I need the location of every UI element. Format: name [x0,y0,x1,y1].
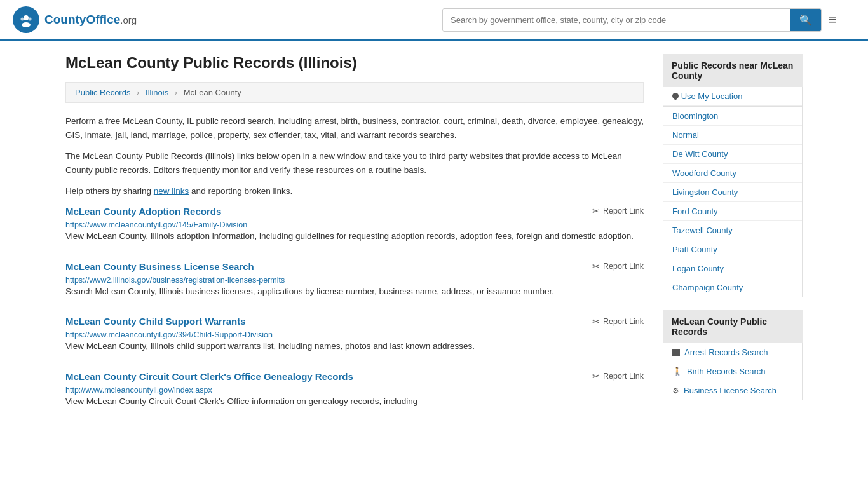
record-title-row: McLean County Business License Search ✂ … [65,261,644,272]
breadcrumb-public-records[interactable]: Public Records [75,88,130,97]
record-item: McLean County Adoption Records ✂ Report … [65,206,644,243]
records-sidebar-header: McLean County Public Records [663,310,803,343]
record-title-row: McLean County Adoption Records ✂ Report … [65,206,644,217]
location-pin-icon [671,92,680,100]
logo-area: CountyOffice.org [13,6,137,33]
use-location-item[interactable]: Use My Location [663,87,802,106]
nearby-link[interactable]: Woodford County [663,164,802,182]
report-link-label: Report Link [603,317,644,326]
intro-paragraph-2: The McLean County Public Records (Illino… [65,149,644,177]
nearby-link-item: Tazewell County [663,221,802,240]
records-links-list: Arrest Records Search🚶Birth Records Sear… [663,343,803,400]
svg-point-2 [22,22,31,27]
record-title-link[interactable]: McLean County Circuit Court Clerk's Offi… [65,371,353,382]
svg-point-4 [29,18,32,21]
logo-icon [13,6,39,33]
record-description: View McLean County Circuit Court Clerk's… [65,395,644,409]
report-icon: ✂ [592,261,600,271]
record-item: McLean County Business License Search ✂ … [65,261,644,299]
records-link-item: Arrest Records Search [663,343,802,362]
person-icon: 🚶 [672,367,682,376]
record-description: View McLean County, Illinois child suppo… [65,339,644,353]
report-icon: ✂ [592,316,600,327]
report-link-label: Report Link [603,262,644,271]
report-icon: ✂ [592,206,600,216]
use-location-link[interactable]: Use My Location [663,87,802,106]
record-title-row: McLean County Child Support Warrants ✂ R… [65,316,644,327]
svg-point-3 [21,18,24,21]
nearby-link-item: Livingston County [663,183,802,202]
record-url[interactable]: http://www.mcleancountyil.gov/index.aspx [65,386,212,395]
records-sidebar-link[interactable]: Arrest Records Search [663,343,802,362]
report-link-label: Report Link [603,372,644,381]
nearby-link-item: Normal [663,126,802,145]
records-sidebar-link[interactable]: ⚙Business License Search [663,381,802,400]
records-section: McLean County Public Records Arrest Reco… [663,310,803,400]
nearby-section: Public Records near McLean County Use My… [663,54,803,297]
report-link-button[interactable]: ✂ Report Link [592,371,644,381]
content-area: McLean County Public Records (Illinois) … [65,54,644,426]
records-link-item: 🚶Birth Records Search [663,362,802,381]
report-icon: ✂ [592,371,600,381]
search-area: 🔍 ≡ [442,8,836,32]
nearby-header: Public Records near McLean County [663,54,803,87]
gear-icon: ⚙ [672,386,679,395]
logo-text: CountyOffice.org [44,13,137,27]
record-title-link[interactable]: McLean County Adoption Records [65,206,221,217]
record-title-link[interactable]: McLean County Business License Search [65,261,254,272]
site-header: CountyOffice.org 🔍 ≡ [0,0,868,41]
nearby-link[interactable]: Bloomington [663,107,802,125]
intro-paragraph-1: Perform a free McLean County, IL public … [65,114,644,142]
menu-button[interactable]: ≡ [828,13,836,27]
square-icon [672,349,680,356]
record-item: McLean County Circuit Court Clerk's Offi… [65,371,644,409]
nearby-link[interactable]: Champaign County [663,278,802,297]
page-title: McLean County Public Records (Illinois) [65,54,644,72]
report-link-button[interactable]: ✂ Report Link [592,206,644,216]
breadcrumb: Public Records › Illinois › McLean Count… [65,82,644,103]
nearby-link[interactable]: Normal [663,126,802,144]
breadcrumb-mclean: McLean County [184,88,241,97]
nearby-link[interactable]: Ford County [663,202,802,220]
new-links-link[interactable]: new links [154,186,189,196]
record-url[interactable]: https://www2.illinois.gov/business/regis… [65,276,285,285]
nearby-list: Use My Location [663,87,803,107]
record-item: McLean County Child Support Warrants ✂ R… [65,316,644,353]
nearby-link[interactable]: De Witt County [663,145,802,163]
record-title-link[interactable]: McLean County Child Support Warrants [65,316,246,327]
record-title-row: McLean County Circuit Court Clerk's Offi… [65,371,644,382]
nearby-link[interactable]: Piatt County [663,240,802,259]
record-description: Search McLean County, Illinois business … [65,285,644,299]
main-container: McLean County Public Records (Illinois) … [53,41,815,438]
nearby-link-item: Ford County [663,202,802,221]
report-link-button[interactable]: ✂ Report Link [592,316,644,327]
svg-point-1 [24,15,29,20]
records-sidebar-link[interactable]: 🚶Birth Records Search [663,362,802,381]
nearby-link-item: Woodford County [663,164,802,183]
search-input[interactable] [443,9,790,31]
sidebar: Public Records near McLean County Use My… [663,54,803,426]
report-link-button[interactable]: ✂ Report Link [592,261,644,271]
nearby-link[interactable]: Livingston County [663,183,802,201]
record-url[interactable]: https://www.mcleancountyil.gov/394/Child… [65,330,273,339]
records-link-item: ⚙Business License Search [663,381,802,400]
nearby-link[interactable]: Logan County [663,259,802,278]
nearby-link-item: Piatt County [663,240,802,259]
nearby-link-item: Bloomington [663,107,802,126]
record-description: View McLean County, Illinois adoption in… [65,229,644,243]
records-list: McLean County Adoption Records ✂ Report … [65,206,644,408]
nearby-links-list: BloomingtonNormalDe Witt CountyWoodford … [663,107,803,297]
search-button[interactable]: 🔍 [790,9,821,31]
breadcrumb-illinois[interactable]: Illinois [146,88,168,97]
record-url[interactable]: https://www.mcleancountyil.gov/145/Famil… [65,220,247,229]
nearby-link[interactable]: Tazewell County [663,221,802,240]
search-box: 🔍 [442,8,822,32]
nearby-link-item: De Witt County [663,145,802,164]
nearby-link-item: Logan County [663,259,802,278]
intro-paragraph-3: Help others by sharing new links and rep… [65,184,644,198]
report-link-label: Report Link [603,207,644,215]
nearby-link-item: Champaign County [663,278,802,297]
